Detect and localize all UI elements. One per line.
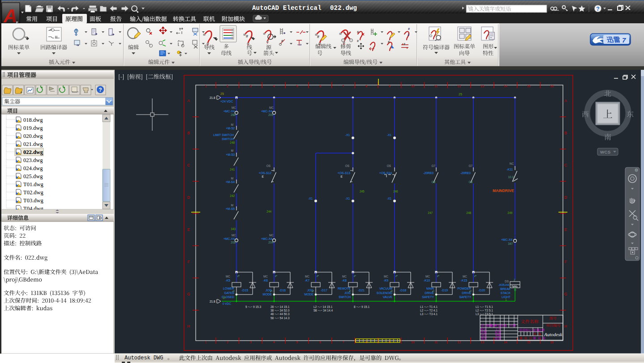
svg-text:E: E — [262, 175, 264, 178]
svg-text:OS: OS — [387, 164, 391, 167]
svg-text:+: + — [20, 90, 22, 94]
svg-text:-X1: -X1 — [308, 197, 313, 200]
svg-text:A: A — [564, 98, 567, 103]
svg-text:241: 241 — [230, 168, 235, 171]
svg-text:1: 1 — [205, 85, 207, 88]
svg-text:+OS-S12: +OS-S12 — [259, 171, 271, 175]
svg-text:6: 6 — [319, 341, 321, 344]
svg-text:6: 6 — [319, 85, 321, 88]
svg-text:-K8: -K8 — [342, 279, 347, 282]
svg-text:14: 14 — [504, 85, 507, 88]
svg-text:OS: OS — [266, 164, 270, 167]
svg-text:D: D — [187, 195, 190, 200]
svg-text:BREAK: BREAK — [500, 287, 511, 290]
svg-text:MC: MC — [384, 275, 388, 278]
svg-text:C: C — [564, 163, 567, 167]
svg-text:MC: MC — [269, 234, 274, 237]
svg-text:SWITCH: SWITCH — [339, 295, 351, 299]
svg-text:17: 17 — [223, 296, 226, 299]
svg-text:-K15: -K15 — [461, 279, 468, 282]
svg-text:L2 ~-~ T2 5.1: L2 ~-~ T2 5.1 — [476, 309, 493, 312]
svg-text:+M-52: +M-52 — [226, 127, 235, 130]
svg-text:?: ? — [596, 6, 599, 12]
svg-text:VALVE: VALVE — [383, 295, 392, 299]
svg-text:A: A — [187, 98, 190, 103]
svg-text:L2 ~-~ T2 4.1: L2 ~-~ T2 4.1 — [420, 309, 438, 312]
svg-text:+MC-X4: +MC-X4 — [223, 110, 235, 113]
svg-text:11: 11 — [434, 85, 438, 88]
svg-text:-X1: -X1 — [387, 197, 391, 200]
svg-text:242: 242 — [230, 194, 235, 197]
svg-text:10: 10 — [411, 85, 415, 88]
svg-text:E: E — [340, 175, 343, 178]
svg-text:G: G — [564, 292, 567, 296]
svg-text:STACK: STACK — [501, 291, 511, 295]
svg-text:248: 248 — [466, 211, 471, 214]
svg-text:48 ~-~ 44 50.3: 48 ~-~ 44 50.3 — [270, 312, 290, 316]
svg-text:L3 ~-~ T3 4.1: L3 ~-~ T3 4.1 — [420, 312, 438, 316]
svg-text:F: F — [187, 260, 189, 264]
svg-text:5B ~-~ 34 14.4: 5B ~-~ 34 14.4 — [313, 309, 333, 312]
svg-text:MC: MC — [232, 234, 236, 237]
svg-text:5: 5 — [296, 341, 298, 344]
svg-text:249: 249 — [507, 211, 512, 214]
svg-text:SOLENOID: SOLENOID — [377, 291, 392, 295]
svg-text:LIMIT SWITCH: LIMIT SWITCH — [213, 133, 234, 137]
svg-text:T03.dwg: T03.dwg — [23, 197, 44, 204]
svg-text:SAFETY: SAFETY — [422, 295, 434, 299]
svg-text:MC: MC — [232, 106, 236, 109]
svg-text:11: 11 — [434, 341, 438, 344]
svg-text:+MC-X4: +MC-X4 — [261, 237, 272, 240]
svg-text:-K10: -K10 — [424, 279, 430, 282]
svg-text:MC: MC — [226, 275, 230, 278]
svg-text:M: M — [231, 149, 233, 152]
svg-text:M: M — [231, 204, 233, 207]
svg-text:D: D — [564, 195, 567, 200]
svg-text:-X1: -X1 — [345, 133, 350, 137]
svg-text:MC: MC — [263, 275, 268, 278]
svg-text:L1 ~-~ T1 5.1: L1 ~-~ T1 5.1 — [476, 305, 493, 308]
svg-text:-X1: -X1 — [345, 197, 350, 200]
svg-text:1: 1 — [505, 298, 507, 301]
svg-text:G: G — [187, 292, 190, 296]
svg-text:247: 247 — [428, 211, 433, 214]
svg-text:-K5: -K5 — [225, 279, 230, 282]
svg-text:+OS-S14: +OS-S14 — [379, 171, 392, 175]
svg-text:10.0: 10.0 — [508, 175, 514, 179]
svg-text:7: 7 — [622, 36, 626, 44]
svg-text:10: 10 — [411, 341, 415, 344]
svg-text:H: H — [187, 324, 190, 329]
svg-text:JOG: JOG — [344, 291, 351, 295]
svg-text:38 ~-~ 34 52.0: 38 ~-~ 34 52.0 — [270, 309, 290, 312]
svg-text:4: 4 — [273, 341, 275, 344]
svg-text:G7: G7 — [468, 164, 472, 167]
svg-text:7: 7 — [343, 85, 344, 88]
svg-text:+MC-X4: +MC-X4 — [223, 237, 235, 240]
svg-text:5: 5 — [296, 85, 298, 88]
svg-text:#: # — [404, 43, 405, 46]
svg-text:-D18: -D18 — [399, 289, 406, 292]
svg-text:-K05-H4: -K05-H4 — [498, 283, 509, 286]
svg-text:-D20: -D20 — [478, 289, 485, 292]
svg-text:2: 2 — [227, 341, 228, 344]
svg-text:OS: OS — [345, 164, 349, 167]
svg-text:G8: G8 — [468, 180, 472, 184]
svg-text:21.8: 21.8 — [210, 96, 215, 99]
svg-text:#: # — [388, 40, 390, 43]
svg-text:25: 25 — [459, 93, 462, 96]
svg-text:343: 343 — [231, 227, 236, 231]
svg-text:1: 1 — [205, 341, 207, 344]
svg-text:MODE: MODE — [263, 293, 272, 296]
svg-text:T02.dwg: T02.dwg — [23, 189, 44, 196]
svg-text:B: B — [564, 131, 567, 135]
svg-text:F: F — [564, 260, 567, 264]
svg-text:12: 12 — [457, 341, 461, 344]
svg-text:M: M — [231, 123, 233, 126]
svg-text:14: 14 — [504, 341, 507, 344]
svg-text:13: 13 — [481, 85, 484, 88]
svg-text:205: 205 — [268, 113, 273, 116]
svg-text:4: 4 — [273, 85, 275, 88]
svg-text:288: 288 — [231, 113, 236, 116]
svg-text:2: 2 — [227, 85, 228, 88]
svg-text:025.dwg: 025.dwg — [23, 173, 43, 179]
